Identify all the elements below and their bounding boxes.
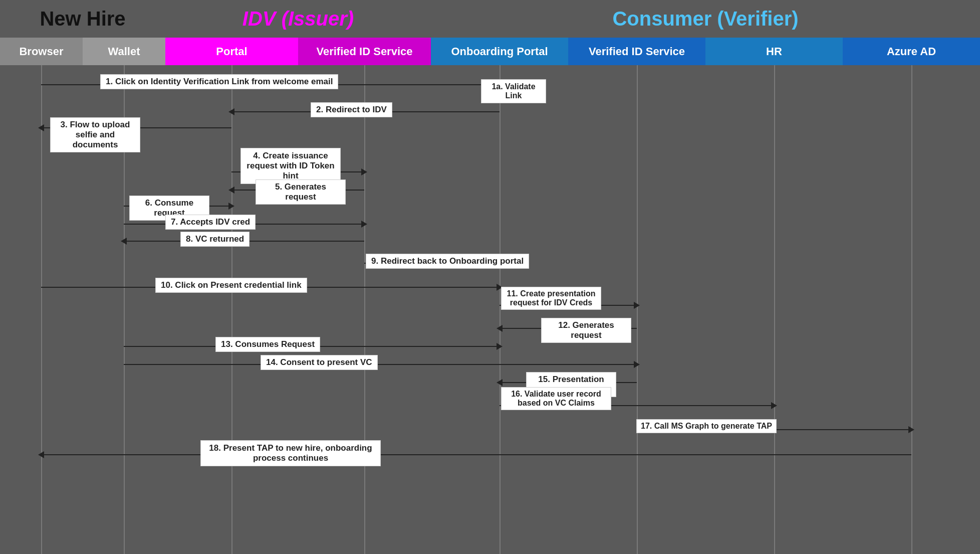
lane-onboarding-portal: Onboarding Portal [431, 38, 568, 65]
label-step4: 4. Create issuance request with ID Token… [240, 148, 341, 184]
lane-hr: HR [705, 38, 843, 65]
lane-browser: Browser [0, 38, 83, 65]
arrowhead-step2 [228, 108, 234, 115]
label-step11: 11. Create presentation request for IDV … [501, 287, 601, 310]
lane-azure-ad: Azure AD [843, 38, 980, 65]
label-step7: 7. Accepts IDV cred [165, 215, 256, 230]
arrowhead-step4 [361, 168, 367, 175]
arrowhead-step12 [497, 325, 503, 332]
lifeline-consumer-vis [637, 65, 638, 554]
lifeline-verified-id [364, 65, 365, 554]
label-step17: 17. Call MS Graph to generate TAP [636, 419, 777, 433]
label-step14: 14. Consent to present VC [261, 355, 378, 370]
arrowhead-step8 [121, 238, 127, 245]
arrowhead-step13 [497, 343, 503, 350]
label-step2: 2. Redirect to IDV [311, 102, 392, 117]
label-step16: 16. Validate user record based on VC Cla… [501, 387, 611, 410]
arrowhead-step5 [228, 187, 234, 194]
arrowhead-step6 [228, 203, 234, 210]
diagram-container: New Hire Browser Wallet IDV (Issuer) Por… [0, 0, 980, 554]
arrowhead-step17 [908, 426, 914, 433]
label-step9: 9. Redirect back to Onboarding portal [366, 254, 529, 269]
lifeline-browser [41, 65, 42, 554]
lifeline-onboarding [500, 65, 501, 554]
label-step5: 5. Generates request [256, 179, 346, 205]
lane-consumer-verified-id: Verified ID Service [568, 38, 705, 65]
lifeline-hr [774, 65, 775, 554]
arrowhead-step11 [634, 302, 640, 309]
label-step10: 10. Click on Present credential link [155, 278, 307, 293]
label-step1: 1. Click on Identity Verification Link f… [100, 74, 338, 89]
arrow-step17 [774, 429, 911, 430]
idv-title: IDV (Issuer) [242, 8, 354, 30]
label-step8: 8. VC returned [180, 232, 250, 247]
arrowhead-step16 [771, 402, 777, 409]
lane-verified-id-service: Verified ID Service [298, 38, 431, 65]
arrow-step14 [124, 364, 637, 365]
label-step3: 3. Flow to upload selfie and documents [50, 117, 140, 152]
box-step1a: 1a. Validate Link [481, 79, 546, 103]
arrowhead-step3 [38, 124, 44, 131]
label-step13: 13. Consumes Request [215, 337, 320, 352]
arrow-step18 [41, 454, 911, 455]
lane-portal: Portal [165, 38, 298, 65]
arrowhead-step15 [497, 379, 503, 386]
consumer-title: Consumer (Verifier) [612, 8, 798, 30]
label-step18: 18. Present TAP to new hire, onboarding … [200, 440, 381, 466]
arrowhead-step18 [38, 451, 44, 458]
lifeline-portal [231, 65, 232, 554]
lifeline-azure-ad [911, 65, 912, 554]
arrowhead-step14 [634, 361, 640, 368]
arrowhead-step7 [361, 221, 367, 228]
label-step12: 12. Generates request [541, 318, 631, 343]
lane-wallet: Wallet [83, 38, 165, 65]
new-hire-title: New Hire [40, 8, 125, 30]
